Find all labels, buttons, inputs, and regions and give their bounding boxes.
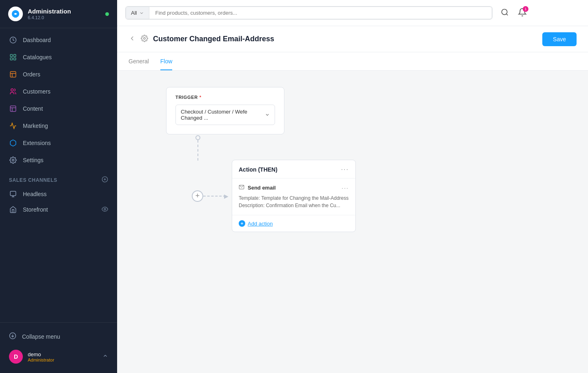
sidebar-item-settings-label: Settings bbox=[23, 157, 44, 163]
user-section[interactable]: D demo Administrator bbox=[0, 345, 117, 368]
svg-rect-13 bbox=[10, 191, 16, 196]
svg-point-17 bbox=[502, 9, 507, 14]
sidebar: Administration 6.4.12.0 Dashboard Catalo… bbox=[0, 0, 117, 373]
svg-rect-6 bbox=[10, 71, 16, 77]
send-email-menu-button[interactable]: ··· bbox=[342, 185, 349, 191]
filter-label: All bbox=[131, 10, 137, 16]
send-email-item: Send email ··· Template: Template for Ch… bbox=[232, 179, 355, 215]
page-header: Customer Changed Email-Address Save bbox=[117, 26, 588, 52]
app-logo bbox=[8, 7, 23, 21]
svg-point-7 bbox=[11, 89, 13, 91]
svg-point-19 bbox=[144, 37, 146, 39]
catalogues-icon bbox=[9, 53, 17, 61]
sidebar-item-content-label: Content bbox=[23, 105, 43, 112]
app-info: Administration 6.4.12.0 bbox=[28, 8, 71, 20]
action-header: Action (THEN) ··· bbox=[232, 160, 355, 179]
user-menu-chevron bbox=[102, 353, 108, 360]
extensions-icon bbox=[9, 139, 17, 147]
action-box: Action (THEN) ··· Send email bbox=[232, 160, 356, 232]
send-email-label: Send email bbox=[248, 185, 276, 191]
collapse-menu-item[interactable]: Collapse menu bbox=[0, 328, 117, 345]
svg-rect-4 bbox=[10, 58, 12, 60]
sidebar-item-storefront-label: Storefront bbox=[23, 206, 48, 213]
action-menu-button[interactable]: ··· bbox=[341, 166, 349, 173]
connector-circle-top bbox=[195, 135, 200, 140]
sidebar-item-extensions-label: Extensions bbox=[23, 140, 51, 146]
online-indicator bbox=[105, 12, 109, 16]
sidebar-item-dashboard[interactable]: Dashboard bbox=[0, 31, 117, 49]
sidebar-item-catalogues[interactable]: Catalogues bbox=[0, 49, 117, 66]
page-title: Customer Changed Email-Address bbox=[153, 35, 537, 43]
storefront-icon bbox=[9, 205, 17, 214]
back-button[interactable] bbox=[129, 35, 136, 44]
user-name: demo bbox=[28, 351, 54, 357]
svg-rect-3 bbox=[14, 54, 16, 56]
app-title: Administration bbox=[28, 8, 71, 15]
add-connector-button[interactable]: + bbox=[192, 190, 203, 202]
sidebar-item-settings[interactable]: Settings bbox=[0, 152, 117, 169]
sidebar-item-headless[interactable]: Headless bbox=[0, 186, 117, 202]
search-filter-button[interactable]: All bbox=[126, 7, 149, 19]
connector-arrow-icon: ▶ bbox=[224, 193, 229, 199]
svg-line-18 bbox=[506, 13, 508, 15]
content-icon bbox=[9, 105, 17, 113]
collapse-icon bbox=[9, 332, 16, 341]
sidebar-item-catalogues-label: Catalogues bbox=[23, 54, 52, 60]
save-button[interactable]: Save bbox=[542, 32, 577, 46]
tab-flow[interactable]: Flow bbox=[160, 52, 173, 70]
settings-icon bbox=[9, 156, 17, 164]
user-role: Administrator bbox=[28, 357, 54, 362]
storefront-visibility-icon[interactable] bbox=[102, 206, 108, 214]
sidebar-item-marketing-label: Marketing bbox=[23, 123, 48, 129]
sidebar-item-orders-label: Orders bbox=[23, 71, 40, 78]
send-email-description: Template: Template for Changing the Mail… bbox=[239, 194, 349, 209]
search-input[interactable] bbox=[155, 10, 486, 16]
add-action-button[interactable]: Add action bbox=[248, 221, 273, 227]
connector-row: + ▶ Action (THEN) ··· bbox=[166, 160, 356, 232]
sales-channels-label: Sales Channels bbox=[9, 177, 57, 183]
sidebar-item-content[interactable]: Content bbox=[0, 100, 117, 117]
trigger-required: * bbox=[200, 95, 202, 100]
sidebar-header: Administration 6.4.12.0 bbox=[0, 0, 117, 28]
sidebar-item-headless-label: Headless bbox=[23, 191, 47, 197]
headless-icon bbox=[9, 190, 17, 198]
search-icon[interactable] bbox=[501, 8, 509, 18]
user-info: demo Administrator bbox=[28, 351, 54, 362]
sidebar-item-customers[interactable]: Customers bbox=[0, 83, 117, 100]
app-version: 6.4.12.0 bbox=[28, 15, 71, 20]
sidebar-item-dashboard-label: Dashboard bbox=[23, 37, 51, 43]
orders-icon bbox=[9, 70, 17, 78]
sidebar-item-extensions[interactable]: Extensions bbox=[0, 134, 117, 152]
topbar: All 1 bbox=[117, 0, 588, 26]
user-avatar: D bbox=[9, 350, 23, 364]
page-settings-button[interactable] bbox=[141, 35, 148, 44]
tab-general[interactable]: General bbox=[129, 52, 149, 70]
action-title: Action (THEN) bbox=[239, 166, 277, 173]
notification-bell[interactable]: 1 bbox=[518, 8, 527, 18]
dashboard-icon bbox=[9, 36, 17, 44]
collapse-menu-label: Collapse menu bbox=[22, 333, 60, 340]
marketing-icon bbox=[9, 122, 17, 130]
add-sales-channel-icon[interactable] bbox=[102, 176, 108, 184]
trigger-label: TRIGGER * bbox=[175, 95, 275, 100]
search-input-wrap bbox=[149, 7, 492, 19]
sidebar-item-storefront[interactable]: Storefront bbox=[0, 202, 117, 217]
dropdown-chevron-icon bbox=[265, 112, 270, 118]
add-action-row: Add action bbox=[232, 215, 355, 232]
tabs-bar: General Flow bbox=[117, 52, 588, 71]
svg-rect-2 bbox=[10, 54, 12, 56]
add-action-circle bbox=[239, 220, 245, 227]
svg-rect-5 bbox=[14, 58, 16, 60]
svg-rect-8 bbox=[10, 106, 16, 112]
sidebar-item-marketing[interactable]: Marketing bbox=[0, 117, 117, 134]
chevron-down-icon bbox=[139, 11, 144, 16]
trigger-box: TRIGGER * Checkout / Customer / Wefe Cha… bbox=[166, 87, 284, 134]
sidebar-item-customers-label: Customers bbox=[23, 88, 51, 95]
trigger-dropdown[interactable]: Checkout / Customer / Wefe Changed ... bbox=[175, 105, 275, 125]
sidebar-nav: Dashboard Catalogues Orders bbox=[0, 28, 117, 322]
send-email-icon bbox=[239, 184, 244, 191]
sales-channels-section: Sales Channels bbox=[0, 169, 117, 186]
sidebar-item-orders[interactable]: Orders bbox=[0, 66, 117, 83]
svg-point-9 bbox=[12, 159, 14, 161]
svg-point-14 bbox=[104, 208, 106, 210]
